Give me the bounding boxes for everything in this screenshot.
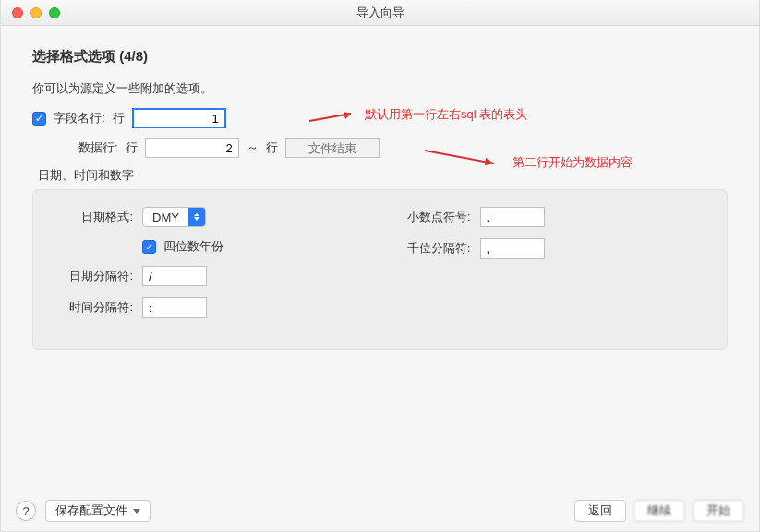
decimal-symbol-row: 小数点符号: <box>380 207 709 227</box>
svg-line-2 <box>425 151 494 163</box>
svg-marker-3 <box>485 158 494 165</box>
thousand-separator-label: 千位分隔符: <box>380 240 471 257</box>
footer: ? 保存配置文件 返回 继续 开始 <box>1 500 759 522</box>
date-format-value: DMY <box>143 211 188 224</box>
row-label-3: 行 <box>266 139 278 156</box>
field-name-row: ✓ 字段名行: 行 默认用第一行左右sql 表的表头 <box>32 108 728 128</box>
date-separator-input[interactable] <box>142 266 207 286</box>
date-format-select[interactable]: DMY <box>142 207 206 227</box>
annotation-arrow-1-icon <box>300 110 356 127</box>
svg-line-0 <box>309 114 351 121</box>
window-title: 导入向导 <box>1 5 759 21</box>
page-description: 你可以为源定义一些附加的选项。 <box>32 80 728 97</box>
data-row-label: 数据行: <box>78 139 118 156</box>
date-format-label: 日期格式: <box>52 209 133 225</box>
chevron-updown-icon <box>188 207 205 227</box>
annotation-text-1: 默认用第一行左右sql 表的表头 <box>365 106 527 123</box>
annotation-text-2: 第二行开始为数据内容 <box>513 154 633 171</box>
import-wizard-window: 导入向导 选择格式选项 (4/8) 你可以为源定义一些附加的选项。 ✓ 字段名行… <box>0 0 760 532</box>
range-tilde: ～ <box>247 139 259 156</box>
page-title: 选择格式选项 (4/8) <box>32 48 728 66</box>
titlebar: 导入向导 <box>1 0 759 26</box>
field-name-row-label: 字段名行: <box>54 110 105 127</box>
date-format-row: 日期格式: DMY <box>52 207 380 227</box>
field-name-row-input[interactable] <box>132 108 226 128</box>
save-config-button[interactable]: 保存配置文件 <box>45 500 151 522</box>
data-row: 数据行: 行 ～ 行 第二行开始为数据内容 <box>32 138 728 158</box>
date-separator-row: 日期分隔符: <box>52 266 380 286</box>
time-separator-label: 时间分隔符: <box>52 299 133 316</box>
time-separator-row: 时间分隔符: <box>52 297 380 318</box>
data-row-start-input[interactable] <box>145 138 239 158</box>
thousand-separator-row: 千位分隔符: <box>380 238 709 259</box>
four-digit-year-checkbox[interactable]: ✓ <box>142 240 156 254</box>
time-separator-input[interactable] <box>142 297 207 318</box>
left-column: 日期格式: DMY ✓ 四位数年份 日期分隔符: <box>52 207 380 329</box>
four-digit-year-row: ✓ 四位数年份 <box>52 238 380 255</box>
annotation-arrow-2-icon <box>420 147 503 169</box>
row-label-2: 行 <box>126 139 138 156</box>
row-label-1: 行 <box>113 110 125 127</box>
decimal-symbol-input[interactable] <box>480 207 545 227</box>
date-separator-label: 日期分隔符: <box>52 268 133 284</box>
datetime-panel: 日期格式: DMY ✓ 四位数年份 日期分隔符: <box>32 189 728 350</box>
data-row-end-input[interactable] <box>285 138 380 158</box>
back-button[interactable]: 返回 <box>574 500 626 522</box>
save-config-label: 保存配置文件 <box>55 502 127 519</box>
right-column: 小数点符号: 千位分隔符: <box>380 207 709 329</box>
help-button[interactable]: ? <box>16 501 36 521</box>
thousand-separator-input[interactable] <box>480 238 545 259</box>
decimal-symbol-label: 小数点符号: <box>380 209 471 225</box>
four-digit-year-label: 四位数年份 <box>163 238 223 255</box>
continue-button[interactable]: 继续 <box>633 500 685 522</box>
content-area: 选择格式选项 (4/8) 你可以为源定义一些附加的选项。 ✓ 字段名行: 行 默… <box>1 26 759 350</box>
svg-marker-1 <box>344 112 351 119</box>
start-button[interactable]: 开始 <box>693 500 744 522</box>
field-name-row-checkbox[interactable]: ✓ <box>32 112 46 126</box>
chevron-down-icon <box>133 509 140 514</box>
